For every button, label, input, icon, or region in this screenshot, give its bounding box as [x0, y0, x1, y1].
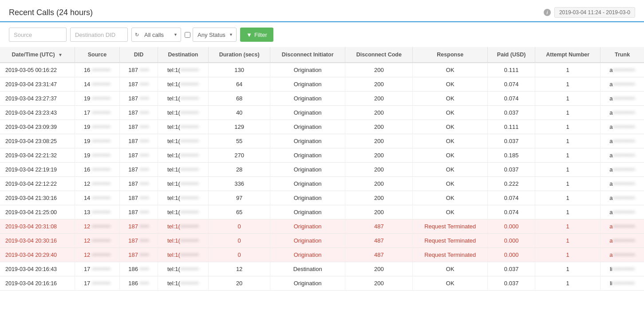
cell-paid: 0.074	[488, 77, 535, 92]
cell-paid: 0.000	[488, 248, 535, 262]
table-row[interactable]: 2019-03-04 20:29:40 12 •••••••••• 187 ••…	[0, 248, 644, 262]
table-row[interactable]: 2019-03-04 20:31:08 12 •••••••••• 187 ••…	[0, 219, 644, 234]
table-row[interactable]: 2019-03-04 23:23:43 17 •••••••••• 187 ••…	[0, 106, 644, 120]
table-row[interactable]: 2019-03-04 23:08:25 19 •••••••••• 187 ••…	[0, 134, 644, 148]
cell-paid: 0.037	[488, 163, 535, 177]
cell-paid: 0.111	[488, 63, 535, 77]
filter-icon: ▼	[246, 32, 252, 38]
cell-destination: tel:1(••••••••••	[158, 63, 209, 77]
source-input[interactable]	[9, 28, 67, 42]
filters-bar: All calls Inbound Outbound ↻ Any Status …	[0, 22, 644, 47]
col-datetime[interactable]: Date/Time (UTC) ▼	[0, 47, 75, 63]
cell-attempt: 1	[535, 248, 601, 262]
cell-did: 186 •••••	[120, 276, 158, 291]
cell-code: 200	[345, 177, 413, 191]
cell-did: 187 •••••	[120, 134, 158, 148]
table-row[interactable]: 2019-03-04 22:12:22 12 •••••••••• 187 ••…	[0, 177, 644, 191]
table-row[interactable]: 2019-03-04 21:25:00 13 •••••••••• 187 ••…	[0, 205, 644, 219]
cell-duration: 40	[209, 106, 270, 120]
cell-trunk: li••••••••••••	[601, 276, 644, 291]
cell-response: OK	[413, 106, 488, 120]
cell-response: OK	[413, 148, 488, 163]
cell-response: OK	[413, 63, 488, 77]
cell-paid: 0.111	[488, 120, 535, 134]
table-row[interactable]: 2019-03-04 22:19:19 16 •••••••••• 187 ••…	[0, 163, 644, 177]
cell-duration: 130	[209, 63, 270, 77]
cell-destination: tel:1(••••••••••	[158, 106, 209, 120]
cell-source: 12 ••••••••••	[75, 219, 120, 234]
cell-code: 200	[345, 163, 413, 177]
cell-initiator: Destination	[270, 262, 345, 276]
cell-trunk: a••••••••••••	[601, 134, 644, 148]
cell-code: 487	[345, 234, 413, 248]
table-row[interactable]: 2019-03-04 20:16:43 17 •••••••••• 186 ••…	[0, 262, 644, 276]
cell-did: 187 •••••	[120, 148, 158, 163]
cell-initiator: Origination	[270, 77, 345, 92]
table-row[interactable]: 2019-03-04 21:30:16 14 •••••••••• 187 ••…	[0, 191, 644, 205]
cell-paid: 0.037	[488, 262, 535, 276]
cell-initiator: Origination	[270, 234, 345, 248]
cell-trunk: a••••••••••••	[601, 77, 644, 92]
cell-paid: 0.074	[488, 205, 535, 219]
cell-paid: 0.074	[488, 191, 535, 205]
cell-paid: 0.074	[488, 92, 535, 106]
table-row[interactable]: 2019-03-04 23:27:37 19 •••••••••• 187 ••…	[0, 92, 644, 106]
status-select[interactable]: Any Status Answered Failed	[193, 28, 237, 42]
cell-attempt: 1	[535, 177, 601, 191]
cell-destination: tel:1(••••••••••	[158, 276, 209, 291]
cell-trunk: a••••••••••••	[601, 148, 644, 163]
filter-button[interactable]: ▼ Filter	[240, 28, 273, 42]
table-row[interactable]: 2019-03-05 00:16:22 16 •••••••••• 187 ••…	[0, 63, 644, 77]
table-row[interactable]: 2019-03-04 23:31:47 14 •••••••••• 187 ••…	[0, 77, 644, 92]
cell-did: 187 •••••	[120, 163, 158, 177]
cell-response: OK	[413, 92, 488, 106]
cell-code: 200	[345, 92, 413, 106]
col-destination: Destination	[158, 47, 209, 63]
cell-response: OK	[413, 163, 488, 177]
col-disconnect-initiator: Disconnect Initiator	[270, 47, 345, 63]
cell-datetime: 2019-03-04 23:27:37	[0, 92, 75, 106]
cell-source: 17 ••••••••••	[75, 262, 120, 276]
cell-attempt: 1	[535, 163, 601, 177]
any-status-checkbox-label[interactable]: Any Status Answered Failed	[185, 28, 237, 42]
cell-destination: tel:1(••••••••••	[158, 77, 209, 92]
table-row[interactable]: 2019-03-04 22:21:32 19 •••••••••• 187 ••…	[0, 148, 644, 163]
table-row[interactable]: 2019-03-04 20:16:16 17 •••••••••• 186 ••…	[0, 276, 644, 291]
cell-datetime: 2019-03-04 20:29:40	[0, 248, 75, 262]
cell-destination: tel:1(••••••••••	[158, 120, 209, 134]
cell-attempt: 1	[535, 191, 601, 205]
cell-did: 187 •••••	[120, 120, 158, 134]
cell-duration: 55	[209, 134, 270, 148]
cell-initiator: Origination	[270, 205, 345, 219]
cell-source: 17 ••••••••••	[75, 276, 120, 291]
call-type-select[interactable]: All calls Inbound Outbound	[131, 28, 181, 42]
any-status-checkbox[interactable]	[185, 32, 190, 38]
table-row[interactable]: 2019-03-04 23:09:39 19 •••••••••• 187 ••…	[0, 120, 644, 134]
cell-did: 187 •••••	[120, 234, 158, 248]
cell-duration: 0	[209, 234, 270, 248]
col-trunk: Trunk	[601, 47, 644, 63]
cell-paid: 0.037	[488, 134, 535, 148]
cell-attempt: 1	[535, 120, 601, 134]
cell-duration: 336	[209, 177, 270, 191]
page-title: Recent Calls (24 hours)	[9, 8, 93, 17]
cell-duration: 129	[209, 120, 270, 134]
cell-did: 187 •••••	[120, 219, 158, 234]
cell-trunk: a••••••••••••	[601, 234, 644, 248]
cell-trunk: a••••••••••••	[601, 92, 644, 106]
cell-response: OK	[413, 205, 488, 219]
col-disconnect-code: Disconnect Code	[345, 47, 413, 63]
cell-duration: 64	[209, 77, 270, 92]
cell-attempt: 1	[535, 106, 601, 120]
table-row[interactable]: 2019-03-04 20:30:16 12 •••••••••• 187 ••…	[0, 234, 644, 248]
cell-destination: tel:1(••••••••••	[158, 92, 209, 106]
cell-destination: tel:1(••••••••••	[158, 248, 209, 262]
cell-code: 200	[345, 191, 413, 205]
cell-response: OK	[413, 134, 488, 148]
cell-destination: tel:1(••••••••••	[158, 134, 209, 148]
cell-did: 187 •••••	[120, 177, 158, 191]
cell-code: 200	[345, 106, 413, 120]
destination-input[interactable]	[70, 28, 128, 42]
cell-trunk: a••••••••••••	[601, 106, 644, 120]
cell-paid: 0.185	[488, 148, 535, 163]
